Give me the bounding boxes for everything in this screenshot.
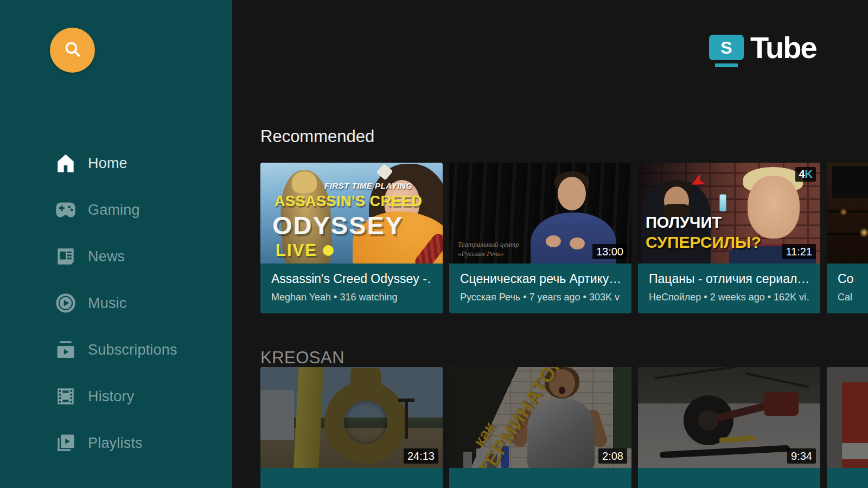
subscriptions-icon — [53, 337, 78, 362]
video-thumbnail: 24:13 — [260, 367, 443, 468]
sidebar: Home Gaming — [0, 0, 232, 488]
video-thumbnail: как ТЕРМИНАТОР 2:08 — [449, 367, 631, 468]
sidebar-item-label: News — [88, 248, 125, 265]
video-card[interactable] — [827, 367, 868, 488]
card-footer: Assassin's Creed Odyssey -… Meghan Yeah … — [260, 264, 443, 313]
candle-glow — [840, 208, 847, 216]
warrior-helmet — [292, 171, 317, 193]
sidebar-item-subscriptions[interactable]: Subscriptions — [0, 326, 232, 373]
shelf — [827, 210, 868, 213]
video-thumbnail: ПОЛУЧИТ СУПЕРСИЛЫ? 4K 11:21 — [638, 163, 820, 264]
sidebar-item-label: Home — [88, 155, 127, 172]
video-card[interactable]: 24:13 — [260, 367, 443, 488]
video-thumbnail — [827, 367, 868, 468]
tv-logo-icon: S — [709, 35, 744, 67]
card-footer: Пацаны - отличия сериал… НеСпойлер • 2 w… — [638, 264, 820, 313]
speaker-face — [558, 177, 586, 210]
logo-s: S — [720, 39, 732, 56]
card-footer — [638, 468, 820, 488]
video-card[interactable]: 9:34 — [638, 367, 820, 488]
blue-vial — [719, 194, 726, 211]
sidebar-item-label: Music — [88, 295, 127, 312]
smarttube-home-screen: Home Gaming — [0, 0, 868, 488]
quality-badge-4k: 4K — [795, 167, 816, 182]
film-strip-icon — [53, 384, 78, 409]
card-footer — [260, 468, 443, 488]
card-footer: Сценическая речь Артику… Русская Речь • … — [449, 264, 631, 313]
video-title: Сценическая речь Артику… — [460, 272, 621, 286]
duration-badge: 9:34 — [787, 448, 816, 464]
sidebar-item-gaming[interactable]: Gaming — [0, 187, 232, 233]
section-title-kreosan: KREOSAN — [260, 348, 344, 368]
video-card[interactable]: ПОЛУЧИТ СУПЕРСИЛЫ? 4K 11:21 Пацаны - отл… — [638, 163, 820, 313]
video-title: Пацаны - отличия сериал… — [649, 272, 809, 286]
sidebar-item-label: Playlists — [88, 435, 143, 452]
sidebar-item-home[interactable]: Home — [0, 140, 232, 187]
sidebar-item-music[interactable]: Music — [0, 280, 232, 326]
duration-badge: 13:00 — [592, 244, 627, 259]
video-title: Assassin's Creed Odyssey -… — [271, 272, 432, 286]
dim-overlay — [827, 367, 868, 468]
thumb-text-line2: СУПЕРСИЛЫ? — [646, 233, 761, 252]
duration-badge: 2:08 — [598, 448, 627, 464]
logo-text: Tube — [750, 34, 816, 62]
video-meta: Русская Речь • 7 years ago • 303K v… — [460, 292, 621, 303]
card-footer — [449, 468, 631, 488]
video-card[interactable]: Co Cal — [827, 163, 868, 313]
live-label: LIVE — [276, 241, 334, 260]
menu-board — [832, 166, 868, 198]
search-icon — [62, 38, 84, 62]
newspaper-icon — [53, 244, 78, 269]
search-button[interactable] — [50, 28, 95, 73]
thumb-tagline: FIRST TIME PLAYING — [324, 181, 412, 190]
video-meta: НеСпойлер • 2 weeks ago • 162K vi… — [649, 292, 809, 303]
sidebar-item-label: Gaming — [88, 202, 140, 219]
speaker-hand — [546, 235, 561, 247]
sidebar-item-news[interactable]: News — [0, 233, 232, 280]
card-footer — [827, 468, 868, 488]
card-footer: Co Cal — [827, 264, 868, 313]
speaker-hand — [570, 237, 585, 249]
video-meta: Cal — [838, 292, 868, 303]
sidebar-item-history[interactable]: History — [0, 373, 232, 420]
video-thumbnail — [827, 163, 868, 264]
candle-glow — [859, 228, 868, 237]
sidebar-item-label: History — [88, 388, 134, 405]
thumb-watermark: Театральный центр «Русская Речь» — [458, 240, 519, 258]
gamepad-icon — [53, 197, 78, 222]
video-thumbnail: 9:34 — [638, 367, 820, 468]
music-play-icon — [53, 291, 78, 316]
homelander-face — [748, 176, 800, 239]
sidebar-item-playlists[interactable]: Playlists — [0, 420, 232, 466]
section-title-recommended: Recommended — [260, 127, 374, 146]
thumb-text-line1: ПОЛУЧИТ — [646, 214, 722, 232]
video-meta: Meghan Yeah • 316 watching — [271, 292, 432, 303]
video-card[interactable]: как ТЕРМИНАТОР 2:08 — [449, 367, 631, 488]
video-card[interactable]: FIRST TIME PLAYING ASSASSIN'S CREED ODYS… — [260, 163, 443, 313]
video-thumbnail: FIRST TIME PLAYING ASSASSIN'S CREED ODYS… — [260, 163, 443, 264]
app-logo: S Tube — [709, 35, 816, 67]
video-thumbnail: Театральный центр «Русская Речь» 13:00 — [449, 163, 631, 264]
playlists-icon — [53, 431, 78, 455]
home-icon — [53, 151, 78, 176]
tv-stand — [715, 63, 738, 67]
thumb-title-line2: ODYSSEY — [272, 210, 403, 240]
video-title: Co — [838, 272, 868, 286]
duration-badge: 11:21 — [782, 244, 816, 259]
duration-badge: 24:13 — [404, 448, 438, 464]
sidebar-item-label: Subscriptions — [88, 342, 177, 358]
video-card[interactable]: Театральный центр «Русская Речь» 13:00 С… — [449, 163, 631, 313]
thumb-title-line1: ASSASSIN'S CREED — [275, 193, 422, 210]
sidebar-menu: Home Gaming — [0, 140, 232, 466]
